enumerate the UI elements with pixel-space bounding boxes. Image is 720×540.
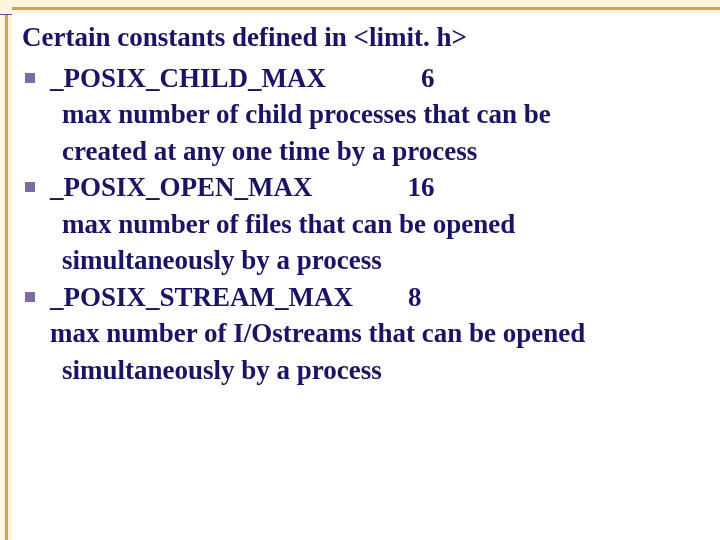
list-item: _POSIX_STREAM_MAX 8 max number of I/Ostr… [22,279,700,388]
bullet-icon [25,73,35,83]
list-item: _POSIX_OPEN_MAX 16 max number of files t… [22,169,700,278]
list-item: _POSIX_CHILD_MAX 6 max number of child p… [22,60,700,169]
slide-body: _POSIX_CHILD_MAX 6 max number of child p… [22,60,700,388]
constant-value: 6 [421,60,435,96]
left-accent-line [5,15,8,540]
bullet-icon [25,182,35,192]
constant-description: max number of child processes that can b… [50,96,700,132]
constant-description: simultaneously by a process [50,242,700,278]
bullet-icon [25,292,35,302]
constant-value: 8 [408,279,422,315]
constant-description: max number of I/Ostreams that can be ope… [50,315,700,351]
top-accent-bar [0,0,720,14]
slide: Certain constants defined in <limit. h> … [0,0,720,540]
constant-description: simultaneously by a process [50,352,700,388]
constant-description: created at any one time by a process [50,133,700,169]
top-accent-line [0,7,720,10]
constant-description: max number of files that can be opened [50,206,700,242]
slide-title: Certain constants defined in <limit. h> [22,22,700,53]
constant-name: _POSIX_STREAM_MAX [50,279,353,315]
corner-accent [0,0,12,14]
left-accent-bar [0,14,12,540]
constant-name: _POSIX_CHILD_MAX [50,60,326,96]
constant-value: 16 [408,169,435,205]
constant-name: _POSIX_OPEN_MAX [50,169,313,205]
